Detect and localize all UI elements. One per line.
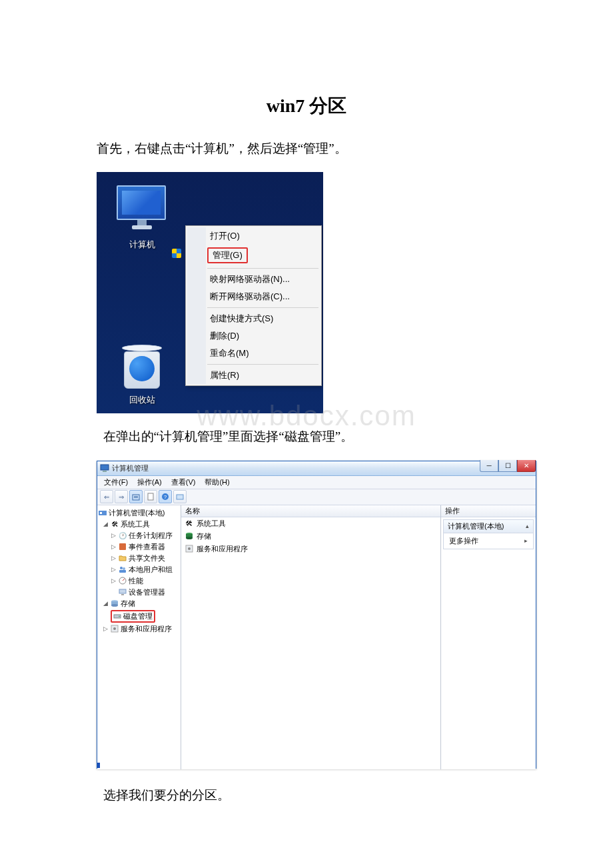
svg-rect-16 xyxy=(119,589,126,593)
svg-rect-11 xyxy=(119,543,126,550)
storage-icon xyxy=(185,532,194,541)
svg-point-22 xyxy=(119,616,120,617)
tree-performance[interactable]: ▷ 性能 xyxy=(99,575,179,587)
maximize-button[interactable]: ☐ xyxy=(498,460,517,472)
context-menu: 打开(O) 管理(G) 映射网络驱动器(N)... 断开网络驱动器(C)... … xyxy=(185,225,322,386)
tree-services[interactable]: ▷ 服务和应用程序 xyxy=(99,623,179,635)
content-item-system-tools[interactable]: 🛠 系统工具 xyxy=(181,517,440,530)
svg-point-29 xyxy=(188,547,191,550)
expand-icon[interactable]: ▷ xyxy=(111,532,117,539)
event-icon xyxy=(119,543,127,551)
folder-icon xyxy=(119,554,127,562)
actions-more[interactable]: 更多操作 ▸ xyxy=(444,533,533,549)
content-item-storage[interactable]: 存储 xyxy=(181,530,440,543)
menu-separator xyxy=(207,307,318,308)
svg-point-13 xyxy=(123,567,125,570)
menu-separator xyxy=(207,364,318,365)
management-icon xyxy=(99,509,107,517)
menu-item-open[interactable]: 打开(O) xyxy=(187,227,320,245)
taskbar-sliver xyxy=(97,763,100,768)
menu-view[interactable]: 查看(V) xyxy=(169,477,199,488)
menu-item-rename[interactable]: 重命名(M) xyxy=(187,345,320,362)
svg-text:?: ? xyxy=(164,494,167,500)
minimize-button[interactable]: ─ xyxy=(480,460,498,472)
content-pane: 名称 🛠 系统工具 存储 服务和应用程序 xyxy=(181,505,441,769)
svg-point-27 xyxy=(186,537,193,539)
menu-item-manage-highlight: 管理(G) xyxy=(207,247,248,263)
menu-separator xyxy=(207,268,318,269)
svg-point-20 xyxy=(111,604,118,607)
menu-action[interactable]: 操作(A) xyxy=(135,477,165,488)
svg-rect-1 xyxy=(103,471,107,472)
window-body: 计算机管理(本地) ◢ 🛠 系统工具 ▷ 🕐 任务计划程序 ▷ 事件查看器 ▷ xyxy=(97,505,536,769)
svg-rect-5 xyxy=(148,493,153,500)
disk-icon xyxy=(113,612,121,620)
expand-icon[interactable]: ▷ xyxy=(103,625,109,632)
menu-item-map-drive[interactable]: 映射网络驱动器(N)... xyxy=(187,271,320,288)
menu-item-manage[interactable]: 管理(G) xyxy=(187,245,320,266)
svg-rect-3 xyxy=(134,496,138,497)
tree-pane: 计算机管理(本地) ◢ 🛠 系统工具 ▷ 🕐 任务计划程序 ▷ 事件查看器 ▷ xyxy=(97,505,181,769)
actions-section-title[interactable]: 计算机管理(本地) ▴ xyxy=(444,520,533,533)
tree-root[interactable]: 计算机管理(本地) xyxy=(99,507,179,519)
clock-icon: 🕐 xyxy=(119,531,127,539)
recycle-bin-icon[interactable] xyxy=(122,345,162,391)
submenu-arrow-icon: ▸ xyxy=(524,537,528,544)
device-icon xyxy=(119,588,127,596)
expand-icon[interactable]: ▷ xyxy=(111,566,117,573)
svg-point-24 xyxy=(113,627,116,630)
tree-event-viewer[interactable]: ▷ 事件查看器 xyxy=(99,541,179,553)
recycle-bin-label: 回收站 xyxy=(117,394,167,406)
services-icon xyxy=(111,625,119,633)
collapse-icon[interactable]: ◢ xyxy=(103,600,109,607)
svg-rect-9 xyxy=(99,511,107,515)
uac-shield-icon xyxy=(172,249,181,258)
toolbar-back-button[interactable]: ⇐ xyxy=(100,490,113,503)
actions-header: 操作 xyxy=(441,505,536,517)
svg-rect-4 xyxy=(134,497,138,498)
content-item-services[interactable]: 服务和应用程序 xyxy=(181,543,440,555)
menu-help[interactable]: 帮助(H) xyxy=(202,477,232,488)
window-buttons: ─ ☐ ✕ xyxy=(480,460,536,472)
menu-item-properties[interactable]: 属性(R) xyxy=(187,367,320,384)
services-icon xyxy=(185,545,194,553)
tools-icon: 🛠 xyxy=(185,519,194,528)
tree-shared-folders[interactable]: ▷ 共享文件夹 xyxy=(99,553,179,564)
tree-disk-management-wrapper: 磁盘管理 xyxy=(99,609,179,623)
toolbar: ⇐ ⇒ ? xyxy=(97,489,536,505)
toolbar-properties-button[interactable] xyxy=(144,490,157,503)
tree-system-tools[interactable]: ◢ 🛠 系统工具 xyxy=(99,519,179,530)
tree-device-manager[interactable]: 设备管理器 xyxy=(99,587,179,598)
desktop-icons-column: 计算机 回收站 xyxy=(117,179,167,406)
toolbar-help-button[interactable]: ? xyxy=(159,490,172,503)
storage-icon xyxy=(111,599,119,607)
close-button[interactable]: ✕ xyxy=(517,460,536,472)
tree-disk-management[interactable]: 磁盘管理 xyxy=(111,610,155,623)
menu-item-disconnect-drive[interactable]: 断开网络驱动器(C)... xyxy=(187,288,320,305)
menu-item-create-shortcut[interactable]: 创建快捷方式(S) xyxy=(187,310,320,327)
window-icon xyxy=(100,463,109,473)
content-column-header[interactable]: 名称 xyxy=(181,505,440,517)
screenshot-computer-management: 计算机管理 ─ ☐ ✕ 文件(F) 操作(A) 查看(V) 帮助(H) ⇐ ⇒ … xyxy=(97,461,536,769)
screenshot-context-menu: 计算机 回收站 打开(O) 管理(G) 映射网络驱动器(N)... 断开网络驱动… xyxy=(97,172,323,413)
paragraph-2: 在弹出的“计算机管理”里面选择“磁盘管理”。 xyxy=(97,427,516,447)
svg-rect-17 xyxy=(121,594,124,595)
tree-task-scheduler[interactable]: ▷ 🕐 任务计划程序 xyxy=(99,530,179,541)
expand-icon[interactable]: ▷ xyxy=(111,555,117,561)
expand-icon[interactable]: ▷ xyxy=(111,577,117,584)
tree-local-users[interactable]: ▷ 本地用户和组 xyxy=(99,564,179,575)
window-titlebar: 计算机管理 ─ ☐ ✕ xyxy=(97,461,536,476)
computer-desktop-icon[interactable] xyxy=(117,185,167,236)
users-icon xyxy=(119,565,127,573)
toolbar-refresh-button[interactable] xyxy=(173,490,187,503)
tree-storage[interactable]: ◢ 存储 xyxy=(99,598,179,609)
menu-file[interactable]: 文件(F) xyxy=(101,477,131,488)
svg-rect-14 xyxy=(119,570,126,573)
toolbar-forward-button[interactable]: ⇒ xyxy=(115,490,128,503)
menu-item-delete[interactable]: 删除(D) xyxy=(187,327,320,345)
actions-section: 计算机管理(本地) ▴ 更多操作 ▸ xyxy=(443,519,534,549)
expand-icon[interactable]: ▷ xyxy=(111,543,117,550)
toolbar-up-button[interactable] xyxy=(129,490,143,503)
collapse-arrow-icon[interactable]: ▴ xyxy=(526,523,529,529)
collapse-icon[interactable]: ◢ xyxy=(103,521,109,527)
